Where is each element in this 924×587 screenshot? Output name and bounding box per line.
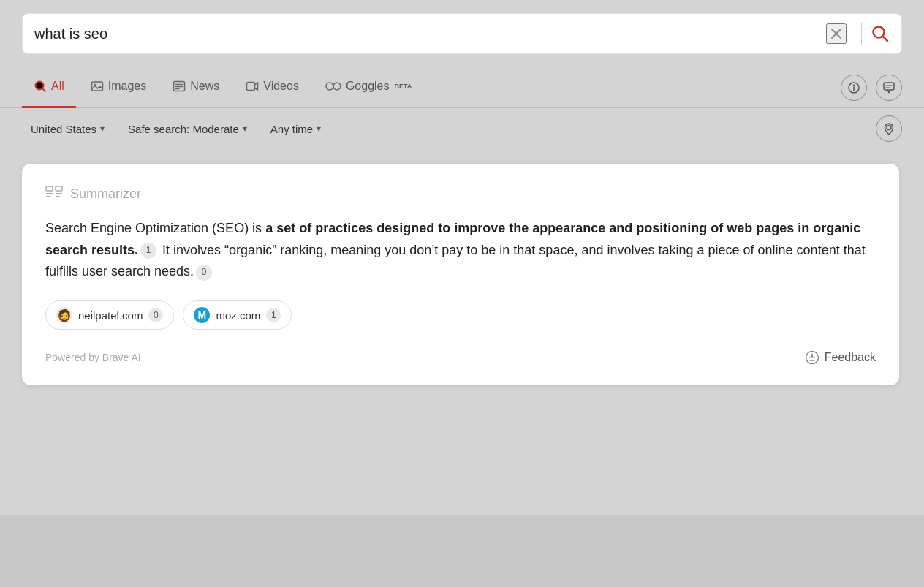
safe-search-label: Safe search: Moderate (128, 123, 239, 135)
summarizer-body: Search Engine Optimization (SEO) is a se… (45, 218, 876, 283)
search-icon (871, 24, 890, 43)
svg-rect-28 (56, 196, 60, 197)
tab-all-label: All (51, 80, 64, 93)
search-tab-icon (34, 80, 47, 93)
main-content: Summarizer Search Engine Optimization (S… (0, 149, 924, 515)
feedback-icon (805, 350, 819, 365)
search-input[interactable] (34, 26, 826, 42)
safe-search-filter[interactable]: Safe search: Moderate ▾ (119, 118, 256, 140)
summarizer-card: Summarizer Search Engine Optimization (S… (22, 164, 899, 385)
tab-images[interactable]: Images (79, 67, 158, 108)
nav-tabs: All Images News (22, 67, 841, 108)
safe-search-chevron-icon: ▾ (243, 124, 247, 134)
clear-button[interactable] (826, 23, 847, 44)
svg-line-5 (42, 88, 45, 91)
neilpatel-icon: 🧔 (56, 307, 72, 323)
summary-text-plain: Search Engine Optimization (SEO) is (45, 221, 265, 235)
info-icon (848, 82, 860, 94)
video-tab-icon (246, 80, 259, 93)
source-moz[interactable]: M moz.com 1 (183, 300, 292, 330)
tab-images-label: Images (108, 80, 146, 93)
source-chips: 🧔 neilpatel.com 0 M moz.com 1 (45, 300, 876, 330)
svg-rect-24 (46, 193, 53, 194)
search-bar-wrapper (0, 0, 924, 67)
image-tab-icon (91, 80, 104, 93)
tab-videos-label: Videos (263, 80, 299, 93)
svg-point-18 (853, 84, 855, 86)
filter-bar-right (876, 115, 902, 142)
tab-videos[interactable]: Videos (234, 67, 311, 108)
search-button[interactable] (871, 24, 890, 43)
svg-rect-12 (247, 83, 255, 91)
news-tab-icon (173, 80, 186, 93)
svg-point-22 (887, 126, 891, 130)
tab-news[interactable]: News (161, 67, 231, 108)
search-divider (861, 23, 862, 45)
nav-bar: All Images News (0, 67, 924, 108)
moz-name: moz.com (216, 309, 260, 322)
tab-news-label: News (190, 80, 219, 93)
feedback-label: Feedback (825, 351, 876, 364)
feedback-nav-icon (883, 82, 895, 94)
country-filter[interactable]: United States ▾ (22, 118, 113, 140)
beta-badge: BETA (395, 83, 412, 90)
time-label: Any time (270, 123, 313, 135)
moz-count: 1 (266, 308, 281, 322)
time-filter[interactable]: Any time ▾ (262, 118, 330, 140)
summarizer-header: Summarizer (45, 186, 876, 202)
svg-rect-25 (46, 196, 50, 197)
location-button[interactable] (876, 115, 902, 142)
summarizer-icon (45, 186, 63, 202)
svg-rect-26 (56, 186, 62, 191)
summarizer-title: Summarizer (70, 186, 141, 202)
card-footer: Powered by Brave AI Feedback (45, 350, 876, 365)
summary-text-middle: It involves “organic” ranking, meaning y… (45, 243, 866, 279)
goggles-tab-icon (325, 81, 341, 91)
feedback-nav-button[interactable] (876, 75, 902, 101)
svg-line-3 (883, 37, 888, 42)
filter-bar: United States ▾ Safe search: Moderate ▾ … (0, 108, 924, 149)
svg-rect-6 (91, 82, 102, 91)
tab-all[interactable]: All (22, 67, 76, 108)
neilpatel-name: neilpatel.com (78, 309, 143, 322)
citation-2[interactable]: 0 (196, 265, 212, 281)
time-chevron-icon: ▾ (317, 124, 321, 134)
powered-by-label: Powered by Brave AI (45, 352, 141, 363)
source-neilpatel[interactable]: 🧔 neilpatel.com 0 (45, 300, 174, 330)
moz-icon: M (194, 307, 210, 323)
feedback-button[interactable]: Feedback (805, 350, 876, 365)
svg-rect-19 (884, 83, 894, 90)
country-chevron-icon: ▾ (100, 124, 105, 134)
country-label: United States (31, 123, 96, 135)
citation-1[interactable]: 1 (140, 243, 156, 259)
neilpatel-count: 0 (148, 308, 163, 322)
location-icon (882, 122, 895, 135)
close-icon (830, 27, 843, 40)
svg-point-13 (326, 83, 333, 90)
info-button[interactable] (841, 75, 867, 101)
tab-goggles[interactable]: GogglesBETA (314, 67, 423, 108)
nav-actions (841, 75, 902, 101)
svg-point-14 (333, 83, 341, 90)
tab-goggles-label: Goggles (346, 80, 390, 93)
svg-rect-27 (56, 193, 62, 194)
search-bar (22, 13, 902, 54)
svg-rect-23 (46, 186, 53, 191)
